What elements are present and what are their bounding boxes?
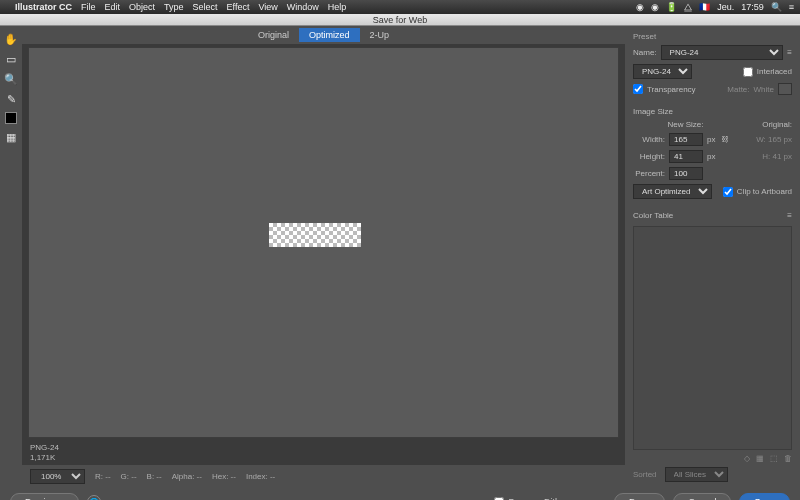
ct-icon-4[interactable]: 🗑: [784, 454, 792, 463]
readout-index: Index: --: [246, 472, 275, 481]
color-table-menu-icon[interactable]: ≡: [787, 211, 792, 220]
matte-label: Matte:: [727, 85, 749, 94]
browser-preview-icon[interactable]: 🌐: [87, 495, 101, 500]
info-size: 1,171K: [30, 453, 617, 463]
width-unit: px: [707, 135, 715, 144]
matte-value: White: [754, 85, 774, 94]
menu-view[interactable]: View: [258, 2, 277, 12]
slices-select[interactable]: All Slices: [665, 467, 728, 482]
orig-width: W: 165 px: [756, 135, 792, 144]
preset-title: Preset: [633, 32, 792, 41]
artwork-preview: [269, 223, 361, 247]
format-select[interactable]: PNG-24: [633, 64, 692, 79]
readout-hex: Hex: --: [212, 472, 236, 481]
ct-icon-1[interactable]: ◇: [744, 454, 750, 463]
info-format: PNG-24: [30, 443, 617, 453]
save-button[interactable]: Save: [739, 493, 790, 500]
menu-icon[interactable]: ≡: [789, 2, 794, 12]
height-label: Height:: [633, 152, 665, 161]
mac-menubar: Illustrator CC File Edit Object Type Sel…: [0, 0, 800, 14]
slice-tool-icon[interactable]: ▭: [4, 52, 18, 66]
done-button[interactable]: Done: [614, 493, 666, 500]
preset-menu-icon[interactable]: ≡: [787, 48, 792, 57]
clock-time: 17:59: [741, 2, 764, 12]
link-icon[interactable]: ⛓: [721, 135, 729, 144]
rec-icon[interactable]: ◉: [651, 2, 659, 12]
wifi-icon[interactable]: ⧋: [684, 2, 692, 13]
height-input[interactable]: [669, 150, 703, 163]
interlaced-checkbox[interactable]: [743, 67, 753, 77]
menu-edit[interactable]: Edit: [105, 2, 121, 12]
menu-select[interactable]: Select: [193, 2, 218, 12]
menu-effect[interactable]: Effect: [227, 2, 250, 12]
flag-icon[interactable]: 🇫🇷: [699, 2, 710, 12]
zoom-select[interactable]: 100%: [30, 469, 85, 484]
zoom-tool-icon[interactable]: 🔍: [4, 72, 18, 86]
cc-icon[interactable]: ◉: [636, 2, 644, 12]
menu-window[interactable]: Window: [287, 2, 319, 12]
menu-object[interactable]: Object: [129, 2, 155, 12]
interlaced-label: Interlaced: [757, 67, 792, 76]
percent-input[interactable]: [669, 167, 703, 180]
slice-visibility-icon[interactable]: ▦: [4, 130, 18, 144]
readout-alpha: Alpha: --: [172, 472, 202, 481]
image-size-title: Image Size: [633, 107, 792, 116]
battery-icon[interactable]: 🔋: [666, 2, 677, 12]
transparency-checkbox[interactable]: [633, 84, 643, 94]
settings-panel: Preset Name: PNG-24 ≡ PNG-24 Interlaced …: [625, 26, 800, 488]
quality-select[interactable]: Art Optimized: [633, 184, 712, 199]
transparency-label: Transparency: [647, 85, 696, 94]
readout-b: B: --: [147, 472, 162, 481]
window-title: Save for Web: [0, 14, 800, 26]
readout-g: G: --: [121, 472, 137, 481]
new-size-label: New Size:: [633, 120, 738, 129]
dialog-footer: Preview... 🌐 Browser Dither Done Cancel …: [0, 488, 800, 500]
menu-type[interactable]: Type: [164, 2, 184, 12]
tool-column: ✋ ▭ 🔍 ✎ ▦: [0, 26, 22, 488]
preview-button[interactable]: Preview...: [10, 493, 79, 500]
preset-name-select[interactable]: PNG-24: [661, 45, 784, 60]
name-label: Name:: [633, 48, 657, 57]
clip-label: Clip to Artboard: [737, 187, 792, 196]
info-bar: 100% R: -- G: -- B: -- Alpha: -- Hex: --…: [22, 465, 625, 488]
orig-height: H: 41 px: [762, 152, 792, 161]
preview-canvas[interactable]: [28, 47, 619, 438]
app-name[interactable]: Illustrator CC: [15, 2, 72, 12]
tab-optimized[interactable]: Optimized: [299, 28, 360, 42]
menu-file[interactable]: File: [81, 2, 96, 12]
percent-label: Percent:: [633, 169, 665, 178]
sorted-label: Sorted: [633, 470, 657, 479]
readout-r: R: --: [95, 472, 111, 481]
height-unit: px: [707, 152, 715, 161]
tab-2up[interactable]: 2-Up: [360, 28, 400, 42]
canvas-info: PNG-24 1,171K: [22, 441, 625, 465]
spotlight-icon[interactable]: 🔍: [771, 2, 782, 12]
width-input[interactable]: [669, 133, 703, 146]
color-table-box: [633, 226, 792, 450]
matte-swatch[interactable]: [778, 83, 792, 95]
eyedropper-tool-icon[interactable]: ✎: [4, 92, 18, 106]
clip-checkbox[interactable]: [723, 187, 733, 197]
original-label: Original:: [742, 120, 792, 129]
width-label: Width:: [633, 135, 665, 144]
clock-day: Jeu.: [717, 2, 734, 12]
ct-icon-3[interactable]: ⬚: [770, 454, 778, 463]
view-tabs: Original Optimized 2-Up: [22, 26, 625, 44]
cancel-button[interactable]: Cancel: [673, 493, 731, 500]
hand-tool-icon[interactable]: ✋: [4, 32, 18, 46]
color-swatch[interactable]: [5, 112, 17, 124]
tab-original[interactable]: Original: [248, 28, 299, 42]
color-table-title: Color Table: [633, 211, 673, 220]
menu-help[interactable]: Help: [328, 2, 347, 12]
ct-icon-2[interactable]: ▦: [756, 454, 764, 463]
